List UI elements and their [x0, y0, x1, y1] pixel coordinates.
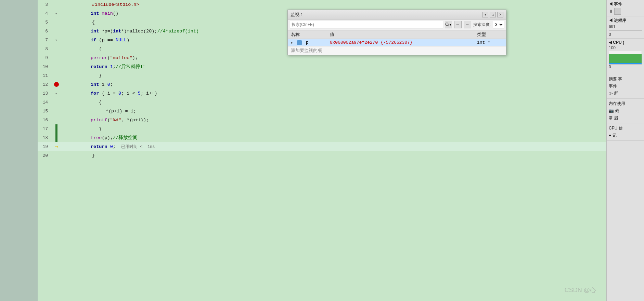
col-header-type: 类型 [474, 30, 506, 39]
fold-arrow-icon[interactable]: ▾ [55, 91, 57, 96]
code-editor: 3 #include<stdio.h> 4 ▾ int main() 5 { [38, 0, 606, 301]
watch-dropdown-button[interactable]: ▾ [482, 12, 488, 17]
var-value-text: 0x000002a97ef2e270 {-572662307} [330, 40, 413, 45]
line-number: 7 [38, 38, 51, 43]
table-row: 10 return 1;//异常就停止 [38, 62, 606, 71]
line-number: 9 [38, 55, 51, 60]
fold-arrow-icon[interactable]: ▾ [55, 38, 57, 42]
line-gutter: ▾ [51, 11, 62, 16]
line-number: 14 [38, 100, 51, 105]
green-bar-indicator [55, 124, 57, 133]
events-button[interactable]: 事件 [609, 83, 642, 90]
table-row: 16 printf("%d", *(p+i)); [38, 115, 606, 124]
pause-icon: ⏸ [609, 9, 613, 14]
cpu-bar [609, 54, 642, 64]
line-number: 3 [38, 2, 51, 7]
watch-add-row[interactable]: 添加要监视的项 [288, 46, 506, 55]
watch-restore-button[interactable]: □ [490, 12, 496, 17]
cpu-section: ◀ CPU ( 100 0 [607, 39, 644, 71]
line-content: } [62, 148, 95, 163]
cpu-blue-line [609, 63, 642, 64]
watch-controls: ▾ □ ✕ [482, 12, 503, 17]
watch-table: 名称 值 类型 ▶ p 0x000002a97ef2e270 {-5726623… [288, 30, 506, 55]
left-gutter [0, 0, 38, 301]
search-icon [445, 23, 449, 27]
cpu-value-bottom: 0 [609, 65, 642, 69]
expand-icon[interactable]: ▶ [291, 41, 293, 45]
cpu-bar-container [609, 51, 642, 65]
green-bar-indicator [55, 133, 57, 142]
variable-icon [297, 40, 302, 45]
code-token: } [85, 153, 95, 158]
line-number: 8 [38, 46, 51, 52]
watch-var-type: int * [474, 39, 506, 46]
watch-window: 监视 1 ▾ □ ✕ ▾ ← → 搜索深度: 3 [287, 10, 506, 55]
table-row: 20 } [38, 151, 606, 160]
line-number: 16 [38, 118, 51, 123]
var-type-text: int * [477, 40, 490, 45]
line-gutter: ▾ [51, 91, 62, 96]
execution-arrow-icon: ⇒ [55, 143, 58, 150]
var-name-text: p [306, 40, 309, 45]
line-number: 13 [38, 91, 51, 96]
events-section: ◀ 事件 ⏸ [607, 0, 644, 16]
summary-section: 摘要 事 事件 ≫ 所 [607, 74, 644, 99]
svg-line-1 [448, 25, 449, 26]
watch-close-button[interactable]: ✕ [497, 12, 503, 17]
line-number: 15 [38, 109, 51, 114]
watch-title: 监视 1 [291, 12, 482, 18]
table-row: 13 ▾ for ( i = 0; i < 5; i++) [38, 89, 606, 98]
pause-button[interactable] [614, 8, 621, 15]
search-button[interactable]: ▾ [445, 21, 452, 28]
summary-button[interactable]: 摘要 事 [609, 76, 642, 83]
process-value: 691 [609, 24, 642, 29]
search-input[interactable] [292, 22, 441, 27]
col-header-value: 值 [327, 30, 474, 39]
watermark: CSDN @心 [565, 286, 596, 294]
line-gutter [51, 82, 62, 87]
col-header-name: 名称 [288, 30, 327, 39]
cpu-title: ◀ CPU ( [609, 40, 642, 45]
fold-arrow-icon[interactable]: ▾ [55, 11, 57, 16]
line-number: 5 [38, 20, 51, 25]
table-row: 11 } [38, 71, 606, 80]
process-title: ◀ 进程序 [609, 18, 642, 24]
line-number: 11 [38, 73, 51, 78]
record-button[interactable]: ● 记 [609, 132, 642, 139]
navigate-forward-button[interactable]: → [464, 21, 471, 28]
line-number: 19 [38, 144, 51, 149]
memory-section: 内存使用 📷 截 常 启 [607, 99, 644, 123]
cpu-value-top: 0 [609, 32, 642, 37]
all-button[interactable]: ≫ 所 [609, 90, 642, 97]
line-gutter [51, 124, 62, 133]
watch-row[interactable]: ▶ p 0x000002a97ef2e270 {-572662307} int … [288, 39, 506, 46]
line-number: 12 [38, 82, 51, 87]
watch-var-name: ▶ p [288, 39, 327, 46]
watch-titlebar: 监视 1 ▾ □ ✕ [288, 10, 506, 19]
line-gutter: ▾ [51, 38, 62, 42]
depth-select[interactable]: 3 1 2 4 5 [493, 21, 504, 28]
memory-label[interactable]: 内存使用 [609, 100, 642, 107]
line-gutter [51, 133, 62, 142]
events-title: ◀ 事件 [609, 1, 642, 7]
svg-point-0 [446, 23, 448, 26]
line-number: 10 [38, 64, 51, 69]
run-button[interactable]: 常 启 [609, 114, 642, 122]
search-input-wrap [290, 21, 443, 28]
watch-search-bar: ▾ ← → 搜索深度: 3 1 2 4 5 [288, 19, 506, 30]
breakpoint-icon [54, 82, 59, 87]
add-watch-text: 添加要监视的项 [288, 46, 506, 55]
cpu-value: 100 [609, 45, 642, 50]
screenshot-button[interactable]: 📷 截 [609, 107, 642, 114]
table-row: 3 #include<stdio.h> [38, 0, 606, 9]
navigate-back-button[interactable]: ← [454, 21, 462, 28]
line-gutter: ⇒ [51, 143, 62, 150]
table-row: 19 ⇒ return 0; 已用时间 <= 1ms [38, 142, 606, 151]
line-number: 6 [38, 29, 51, 34]
cpu-use-label: CPU 使 [609, 125, 642, 132]
right-panel: ◀ 事件 ⏸ ◀ 进程序 691 0 ◀ CPU ( 100 0 摘要 事 事件… [606, 0, 644, 301]
line-number: 18 [38, 135, 51, 140]
cpu-use-section: CPU 使 ● 记 [607, 123, 644, 141]
line-number: 17 [38, 126, 51, 132]
line-number: 20 [38, 153, 51, 158]
